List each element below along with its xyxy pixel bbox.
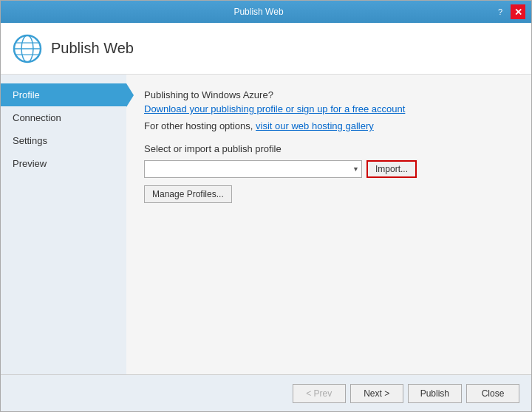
sidebar-item-settings[interactable]: Settings	[1, 129, 126, 152]
azure-link[interactable]: Download your publishing profile or sign…	[144, 103, 514, 114]
header-title: Publish Web	[51, 40, 134, 57]
select-row: Import...	[144, 160, 514, 178]
help-button[interactable]: ?	[493, 4, 508, 19]
sidebar: Profile Connection Settings Preview	[1, 75, 126, 374]
close-button[interactable]: ✕	[511, 4, 525, 19]
content-area: Profile Connection Settings Preview Publ…	[1, 75, 531, 374]
sidebar-item-connection[interactable]: Connection	[1, 106, 126, 129]
close-dialog-button[interactable]: Close	[466, 384, 519, 403]
manage-profiles-button[interactable]: Manage Profiles...	[144, 185, 232, 203]
azure-section: Publishing to Windows Azure? Download yo…	[144, 89, 514, 131]
publish-web-icon	[13, 34, 42, 63]
dialog-header: Publish Web	[1, 23, 531, 75]
profile-select-wrapper	[144, 160, 362, 178]
sidebar-item-preview[interactable]: Preview	[1, 152, 126, 175]
prev-button[interactable]: < Prev	[293, 384, 346, 403]
azure-title: Publishing to Windows Azure?	[144, 89, 514, 100]
footer: < Prev Next > Publish Close	[1, 374, 531, 411]
manage-profiles-row: Manage Profiles...	[144, 185, 514, 203]
hosting-line: For other hosting options, visit our web…	[144, 120, 514, 131]
hosting-gallery-link[interactable]: visit our web hosting gallery	[256, 120, 374, 131]
window-title: Publish Web	[24, 7, 493, 17]
profile-select[interactable]	[144, 160, 362, 178]
sidebar-item-profile[interactable]: Profile	[1, 83, 126, 106]
title-bar-controls: ? ✕	[493, 4, 525, 19]
next-button[interactable]: Next >	[350, 384, 403, 403]
main-content: Publishing to Windows Azure? Download yo…	[126, 75, 531, 374]
import-button[interactable]: Import...	[366, 160, 417, 178]
title-bar: Publish Web ? ✕	[1, 1, 531, 23]
publish-web-dialog: Publish Web ? ✕ Publish Web Profile C	[0, 0, 532, 412]
select-label: Select or import a publish profile	[144, 143, 514, 154]
publish-button[interactable]: Publish	[408, 384, 462, 403]
